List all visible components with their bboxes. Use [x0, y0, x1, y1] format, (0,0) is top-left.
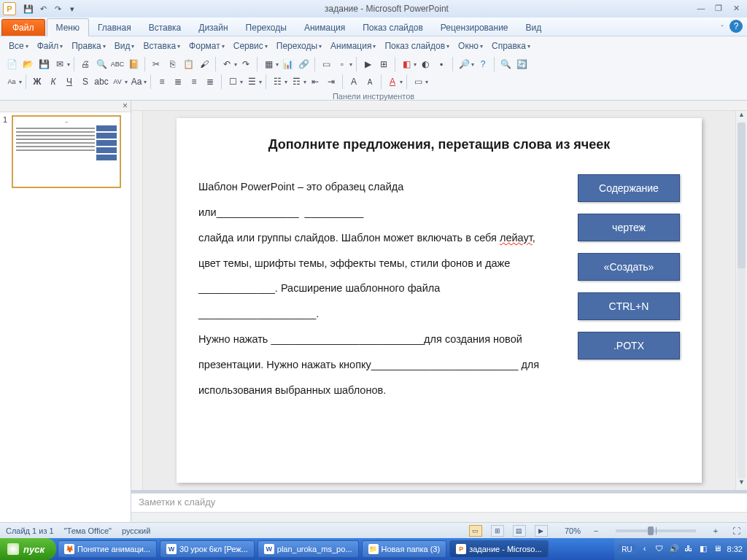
task-item-powerpoint[interactable]: Pзадание - Microso...	[449, 540, 548, 558]
tray-shield-icon[interactable]: 🛡	[654, 544, 665, 554]
redo-icon[interactable]: ↷	[51, 2, 64, 15]
open-icon[interactable]: 📂	[20, 57, 35, 71]
scroll-down-icon[interactable]: ▼	[736, 478, 747, 490]
color-icon[interactable]: ◧	[399, 57, 414, 71]
slide-sorter-icon[interactable]: ⊞	[376, 57, 391, 71]
menu-tools[interactable]: Сервис▾	[229, 39, 272, 52]
menu-file[interactable]: Файл▾	[33, 39, 68, 52]
zoom-percent[interactable]: 70%	[565, 526, 581, 535]
bw-icon[interactable]: ▪	[434, 57, 449, 71]
new-slide-icon[interactable]: ▫	[335, 57, 349, 71]
font-shrink-icon[interactable]: A	[363, 74, 377, 89]
menu-insert[interactable]: Вставка▾	[139, 39, 185, 52]
undo-icon[interactable]: ↶	[220, 57, 234, 71]
tab-insert[interactable]: Вставка	[140, 19, 190, 36]
vertical-scrollbar[interactable]: ▲ ▼	[735, 111, 747, 490]
view-sorter-icon[interactable]: ⊞	[491, 525, 504, 537]
align-center-icon[interactable]: ≣	[171, 74, 185, 89]
font-grow-icon[interactable]: A	[347, 74, 361, 89]
layout-icon[interactable]: ▭	[411, 74, 425, 89]
tab-design[interactable]: Дизайн	[190, 19, 236, 36]
tray-chevron-icon[interactable]: ‹	[640, 544, 650, 554]
zoom-out-icon[interactable]: −	[591, 526, 601, 535]
strike-icon[interactable]: abc	[94, 74, 109, 89]
indent-inc-icon[interactable]: ⇥	[324, 74, 338, 89]
tab-slideshow[interactable]: Показ слайдов	[354, 19, 432, 36]
indent-dec-icon[interactable]: ⇤	[308, 74, 322, 89]
mail-icon[interactable]: ✉	[53, 57, 67, 71]
preview-icon[interactable]: 🔍	[94, 57, 109, 71]
close-button[interactable]: ✕	[729, 4, 743, 14]
superscript-icon[interactable]: AV	[110, 74, 125, 89]
scroll-up-icon[interactable]: ▲	[736, 111, 747, 122]
tray-app-icon[interactable]: ◧	[698, 544, 708, 554]
hyperlink-icon[interactable]: 🔗	[296, 57, 311, 71]
case-icon[interactable]: Aa	[129, 74, 144, 89]
slideshow-icon[interactable]: ▶	[360, 57, 375, 71]
task-item-word-2[interactable]: Wplan_uroka_ms_po...	[258, 540, 359, 558]
notes-pane[interactable]: Заметки к слайду	[131, 493, 747, 512]
tab-transitions[interactable]: Переходы	[237, 19, 295, 36]
menu-format[interactable]: Формат▾	[185, 39, 229, 52]
menu-animation[interactable]: Анимация▾	[326, 39, 380, 52]
italic-icon[interactable]: К	[46, 74, 61, 89]
tray-volume-icon[interactable]: 🔊	[669, 544, 679, 554]
task-item-firefox[interactable]: 🦊Понятие анимаци...	[58, 540, 157, 558]
undo-icon[interactable]: ↶	[36, 2, 50, 15]
align-left-icon[interactable]: ≡	[155, 74, 169, 89]
start-button[interactable]: пуск	[0, 538, 56, 560]
slides-panel[interactable]: × 1 —	[0, 101, 131, 522]
ribbon-collapse-icon[interactable]: ˇ	[721, 24, 724, 33]
font-color-icon[interactable]: A	[385, 74, 400, 89]
drag-box-content[interactable]: Содержание	[578, 174, 680, 202]
slide-title[interactable]: Дополните предложения, перетащив слова и…	[198, 137, 680, 152]
drag-box-drawing[interactable]: чертеж	[578, 214, 680, 241]
grayscale-icon[interactable]: ◐	[418, 57, 433, 71]
file-tab[interactable]: Файл	[1, 19, 45, 36]
spell-icon[interactable]: ABC	[110, 57, 125, 71]
shadow-icon[interactable]: S	[78, 74, 93, 89]
save-icon[interactable]: 💾	[36, 57, 51, 71]
menu-slideshow[interactable]: Показ слайдов▾	[380, 39, 454, 52]
menu-edit[interactable]: Правка▾	[67, 39, 110, 52]
table-icon[interactable]: ▦	[261, 57, 276, 71]
fit-window-icon[interactable]: ⛶	[731, 526, 741, 535]
view-slideshow-icon[interactable]: ▶	[535, 525, 548, 537]
zoom-handle[interactable]	[648, 526, 654, 535]
drag-box-create[interactable]: «Создать»	[578, 253, 680, 281]
new-icon[interactable]: 📄	[4, 57, 19, 71]
redo-icon[interactable]: ↷	[239, 57, 253, 71]
menu-view[interactable]: Вид▾	[110, 39, 139, 52]
tab-view[interactable]: Вид	[517, 19, 551, 36]
slide-canvas-wrap[interactable]: Дополните предложения, перетащив слова и…	[143, 111, 735, 490]
menu-all[interactable]: Все▾	[4, 39, 33, 52]
menu-transitions[interactable]: Переходы▾	[272, 39, 326, 52]
zoom-slider[interactable]	[616, 529, 696, 532]
maximize-button[interactable]: ❐	[712, 4, 725, 14]
tab-animation[interactable]: Анимация	[295, 19, 354, 36]
menu-window[interactable]: Окно▾	[454, 39, 487, 52]
columns-icon[interactable]: ☰	[244, 74, 259, 89]
textbox-icon[interactable]: ▭	[319, 57, 333, 71]
panel-close-icon[interactable]: ×	[123, 101, 128, 111]
drag-box-potx[interactable]: .POTX	[578, 332, 680, 359]
find-icon[interactable]: 🔍	[498, 57, 513, 71]
save-icon[interactable]: 💾	[22, 2, 35, 15]
clock[interactable]: 8:32	[727, 545, 743, 553]
help2-icon[interactable]: ?	[476, 57, 490, 71]
chart-icon[interactable]: 📊	[280, 57, 295, 71]
replace-icon[interactable]: 🔄	[514, 57, 529, 71]
task-item-word-1[interactable]: W30 урок 6кл [Реж...	[160, 540, 255, 558]
horizontal-scrollbar[interactable]	[131, 512, 747, 522]
tab-menu[interactable]: Меню	[47, 18, 89, 36]
font-icon[interactable]: Aa	[4, 74, 19, 89]
view-normal-icon[interactable]: ▭	[469, 525, 482, 537]
tab-review[interactable]: Рецензирование	[432, 19, 517, 36]
slide-thumbnail-1[interactable]: —	[12, 115, 121, 188]
bullets-icon[interactable]: ☷	[270, 74, 285, 89]
research-icon[interactable]: 📔	[126, 57, 141, 71]
slide-canvas[interactable]: Дополните предложения, перетащив слова и…	[177, 118, 702, 483]
qat-more-icon[interactable]: ▾	[66, 2, 79, 15]
align-right-icon[interactable]: ≡	[187, 74, 201, 89]
copy-icon[interactable]: ⎘	[165, 57, 179, 71]
